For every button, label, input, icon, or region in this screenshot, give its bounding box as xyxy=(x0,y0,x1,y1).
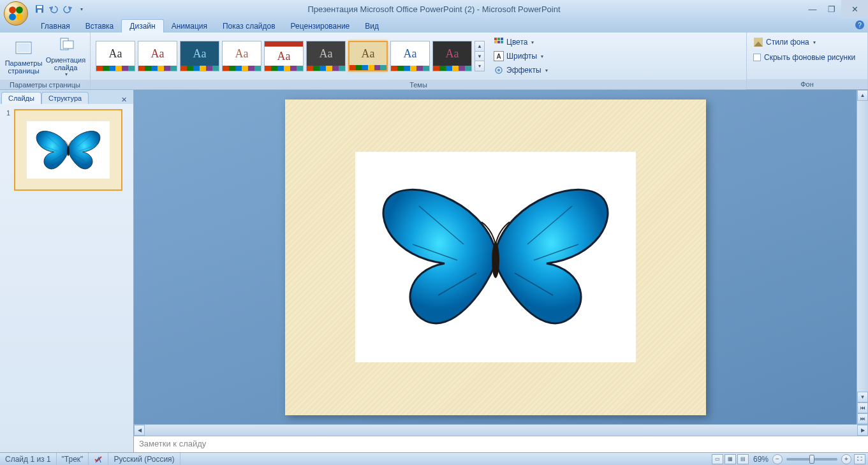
theme-gallery-nav: ▲ ▼ ▾ xyxy=(474,41,485,71)
tab-view[interactable]: Вид xyxy=(357,20,386,33)
tab-slideshow[interactable]: Показ слайдов xyxy=(215,20,283,33)
office-button[interactable] xyxy=(4,1,28,26)
title-bar: ▾ Презентация Microsoft Office PowerPoin… xyxy=(0,0,868,18)
background-styles-button[interactable]: Стили фона▾ xyxy=(751,35,818,49)
scroll-track[interactable] xyxy=(857,101,868,392)
svg-rect-9 xyxy=(17,43,30,52)
svg-rect-15 xyxy=(494,41,497,43)
zoom-thumb[interactable] xyxy=(809,455,814,464)
tab-home[interactable]: Главная xyxy=(33,20,78,33)
help-icon[interactable]: ? xyxy=(855,20,864,29)
tab-outline[interactable]: Структура xyxy=(41,92,89,104)
theme-dark[interactable]: Aa xyxy=(306,41,346,71)
scroll-right-button[interactable]: ▶ xyxy=(857,425,868,436)
theme-teal[interactable]: Aa xyxy=(180,41,219,71)
zoom-percent[interactable]: 69% xyxy=(749,455,772,464)
scroll-down-button[interactable]: ▼ xyxy=(857,392,868,402)
theme-color-strip xyxy=(265,66,303,71)
theme-gallery: AaAaAaAaAaAaAaAaAa xyxy=(96,41,472,71)
fonts-label: Шрифты xyxy=(506,52,537,61)
slide-image-placeholder[interactable] xyxy=(355,152,636,362)
view-slideshow-button[interactable]: ▤ xyxy=(737,454,749,464)
status-spellcheck[interactable] xyxy=(89,453,108,465)
slide-orientation-button[interactable]: Ориентация слайда ▾ xyxy=(46,35,85,77)
slides-panel-tabs: Слайды Структура ✕ xyxy=(0,90,133,104)
group-background: Стили фона▾ Скрыть фоновые рисунки Фон xyxy=(747,33,868,89)
maximize-button[interactable]: ❐ xyxy=(822,0,841,18)
zoom-out-button[interactable]: − xyxy=(772,454,783,464)
vertical-scrollbar[interactable]: ▲ ▼ ⏮ ⏭ xyxy=(857,90,868,424)
qat-customize[interactable]: ▾ xyxy=(75,3,88,15)
hscroll-track[interactable] xyxy=(145,425,857,436)
colors-label: Цвета xyxy=(506,38,527,47)
svg-point-2 xyxy=(16,6,23,13)
gallery-up-button[interactable]: ▲ xyxy=(475,41,484,52)
slide[interactable] xyxy=(285,100,706,415)
tab-insert[interactable]: Вставка xyxy=(78,20,122,33)
slides-panel-close[interactable]: ✕ xyxy=(119,96,129,104)
theme-orange[interactable]: Aa xyxy=(222,41,261,71)
tab-slides[interactable]: Слайды xyxy=(1,92,41,104)
theme-effects-button[interactable]: Эффекты▾ xyxy=(491,63,550,77)
svg-rect-11 xyxy=(63,41,73,48)
gallery-more-button[interactable]: ▾ xyxy=(475,61,484,71)
theme-color-strip xyxy=(180,66,219,71)
theme-colors-button[interactable]: Цвета▾ xyxy=(491,35,550,49)
undo-button[interactable] xyxy=(47,3,60,15)
theme-preview-text: Aa xyxy=(96,41,135,66)
theme-color-strip xyxy=(223,66,261,71)
tab-review[interactable]: Рецензирование xyxy=(283,20,358,33)
theme-magenta[interactable]: Aa xyxy=(432,41,472,71)
group-label-page-setup: Параметры страницы xyxy=(0,80,90,90)
theme-color-strip xyxy=(138,66,177,71)
view-normal-button[interactable]: ▭ xyxy=(712,454,723,464)
redo-button[interactable] xyxy=(61,3,74,15)
page-setup-button[interactable]: Параметры страницы xyxy=(4,35,43,77)
close-button[interactable]: ✕ xyxy=(841,0,868,18)
theme-tan[interactable]: Aa xyxy=(348,41,388,71)
svg-rect-7 xyxy=(38,10,41,13)
theme-office[interactable]: Aa xyxy=(96,41,135,71)
theme-preview-text: Aa xyxy=(265,41,303,66)
status-language[interactable]: Русский (Россия) xyxy=(108,453,180,465)
window-title: Презентация Microsoft Office PowerPoint … xyxy=(307,4,560,14)
notes-pane[interactable]: Заметки к слайду xyxy=(134,436,868,452)
status-theme-name: "Трек" xyxy=(57,453,89,465)
minimize-button[interactable]: — xyxy=(803,0,822,18)
gallery-down-button[interactable]: ▼ xyxy=(475,52,484,62)
theme-blue[interactable]: Aa xyxy=(390,41,430,71)
next-slide-button[interactable]: ⏭ xyxy=(857,413,868,424)
status-slide-counter: Слайд 1 из 1 xyxy=(0,453,57,465)
theme-preview-text: Aa xyxy=(391,41,429,66)
theme-redtop[interactable]: Aa xyxy=(264,41,304,71)
prev-slide-button[interactable]: ⏮ xyxy=(857,402,868,413)
theme-preview-text: Aa xyxy=(223,41,261,66)
tab-design[interactable]: Дизайн xyxy=(121,19,163,33)
svg-rect-13 xyxy=(497,38,500,40)
tab-animation[interactable]: Анимация xyxy=(164,20,215,33)
window-controls: — ❐ ✕ xyxy=(803,0,868,18)
theme-red[interactable]: Aa xyxy=(138,41,177,71)
zoom-slider[interactable] xyxy=(786,458,837,461)
slide-canvas[interactable] xyxy=(134,90,857,424)
scroll-left-button[interactable]: ◀ xyxy=(134,425,145,436)
svg-point-19 xyxy=(497,69,500,71)
view-sorter-button[interactable]: ▦ xyxy=(725,454,736,464)
svg-point-4 xyxy=(16,13,23,20)
hide-bg-graphics-checkbox[interactable]: Скрыть фоновые рисунки xyxy=(751,50,858,64)
save-button[interactable] xyxy=(33,3,46,15)
fit-to-window-button[interactable]: ⛶ xyxy=(854,454,865,464)
scroll-up-button[interactable]: ▲ xyxy=(857,90,868,101)
horizontal-scrollbar[interactable]: ◀ ▶ xyxy=(134,424,868,436)
theme-preview-text: Aa xyxy=(307,41,345,66)
theme-preview-text: Aa xyxy=(138,41,177,66)
group-label-background: Фон xyxy=(747,79,867,89)
theme-color-strip xyxy=(391,66,429,71)
slide-thumbnail[interactable]: 1 xyxy=(6,109,127,191)
theme-color-strip xyxy=(433,66,471,71)
theme-fonts-button[interactable]: A Шрифты▾ xyxy=(491,49,550,63)
thumbnails-area[interactable]: 1 xyxy=(0,104,133,452)
theme-preview-text: Aa xyxy=(180,41,219,66)
slide-editor: ▲ ▼ ⏮ ⏭ ◀ ▶ Заметки к слайду xyxy=(134,90,868,452)
zoom-in-button[interactable]: + xyxy=(841,454,851,464)
